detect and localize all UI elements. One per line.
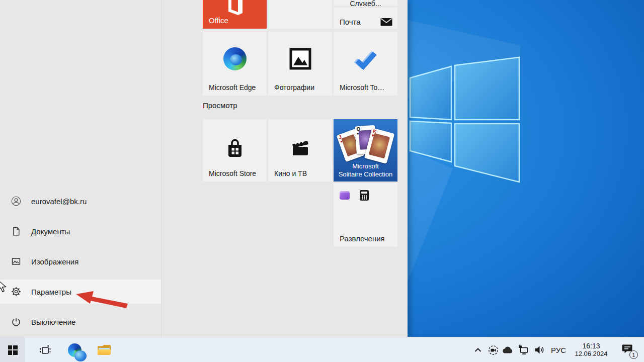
tile-solitaire-collection[interactable]: J ♦ Q ♠ K ♥ Microsoft Solitaire Collecti… [334, 119, 397, 182]
photos-icon [289, 47, 312, 70]
start-button[interactable] [0, 337, 25, 362]
office-tile-label: Office [209, 16, 228, 25]
network-button[interactable] [516, 337, 532, 362]
sidebar-divider [161, 0, 162, 362]
partial-tile-label: Служеб... [334, 0, 397, 6]
language-label: РУС [551, 346, 566, 354]
sidebar-item-settings[interactable]: Параметры [0, 280, 161, 304]
edge-icon [223, 47, 247, 70]
tile-group-header[interactable]: Просмотр [203, 101, 237, 110]
movies-tile-label: Кино и ТВ [274, 169, 307, 177]
tile-microsoft-edge[interactable]: Microsoft Edge [203, 32, 267, 96]
volume-button[interactable] [531, 337, 547, 362]
windows-start-icon [8, 345, 18, 355]
gear-icon [11, 287, 21, 297]
tile-partial-top[interactable]: Служеб... [334, 0, 397, 6]
todo-tile-label: Microsoft To… [340, 83, 384, 92]
edge-taskbar-button[interactable] [63, 337, 86, 362]
meet-now-camera-icon [488, 345, 499, 355]
documents-label: Документы [31, 227, 70, 236]
store-bag-icon [223, 137, 247, 160]
start-menu: eurovafel@bk.ru Документы Изображения [0, 0, 408, 362]
folder-tile-label: Развлечения [340, 234, 385, 243]
meet-now-button[interactable] [486, 337, 501, 362]
tile-movies-tv[interactable]: Кино и ТВ [268, 119, 332, 182]
tile-mail[interactable]: Почта [334, 8, 397, 29]
office-logo-icon [225, 0, 245, 16]
power-label: Выключение [31, 318, 75, 326]
user-icon [11, 196, 21, 206]
pictures-label: Изображения [31, 257, 78, 266]
mail-tile-label: Почта [340, 18, 361, 26]
sidebar-item-user[interactable]: eurovafel@bk.ru [0, 189, 161, 213]
tile-photos[interactable]: Фотографии [268, 32, 332, 96]
settings-label: Параметры [31, 288, 71, 296]
tile-office[interactable]: Office [203, 0, 267, 29]
network-icon [518, 344, 530, 355]
volume-icon [534, 345, 545, 355]
pictures-icon [11, 256, 21, 266]
tray-show-hidden-button[interactable] [470, 337, 486, 362]
solitaire-tile-label: Microsoft Solitaire Collection [334, 162, 397, 178]
purple-app-icon [340, 191, 350, 200]
file-explorer-icon [98, 345, 111, 355]
action-center-button[interactable]: 1 [616, 337, 639, 362]
clapperboard-icon [288, 137, 312, 159]
notification-badge: 1 [629, 350, 638, 359]
time-label: 16:13 [582, 342, 600, 350]
user-email-label: eurovafel@bk.ru [31, 197, 87, 206]
onedrive-cloud-icon [502, 345, 514, 354]
file-explorer-button[interactable] [93, 337, 116, 362]
clock[interactable]: 16:13 12.06.2024 [570, 337, 612, 362]
onedrive-button[interactable] [500, 337, 516, 362]
taskbar: РУС 16:13 12.06.2024 1 [0, 337, 644, 362]
tile-blank[interactable] [268, 0, 332, 29]
store-tile-label: Microsoft Store [209, 169, 256, 177]
sidebar-item-power[interactable]: Выключение [0, 310, 161, 334]
chevron-up-icon [473, 345, 483, 355]
sidebar-item-documents[interactable]: Документы [0, 219, 161, 243]
task-view-icon [39, 344, 51, 356]
mail-envelope-icon [380, 18, 392, 26]
tile-folder-entertainment[interactable]: Развлечения [334, 183, 397, 247]
calculator-icon [360, 190, 369, 201]
photos-tile-label: Фотографии [274, 83, 314, 92]
windows-desktop-screen: eurovafel@bk.ru Документы Изображения [0, 0, 644, 362]
todo-check-icon [354, 48, 378, 70]
language-indicator[interactable]: РУС [548, 337, 569, 362]
tile-microsoft-todo[interactable]: Microsoft To… [334, 32, 397, 96]
edge-icon [68, 343, 82, 357]
edge-tile-label: Microsoft Edge [209, 83, 256, 92]
sidebar-item-pictures[interactable]: Изображения [0, 249, 161, 274]
task-view-button[interactable] [33, 337, 56, 362]
date-label: 12.06.2024 [575, 350, 607, 358]
power-icon [11, 317, 21, 327]
tile-microsoft-store[interactable]: Microsoft Store [203, 119, 267, 182]
document-icon [11, 226, 21, 236]
